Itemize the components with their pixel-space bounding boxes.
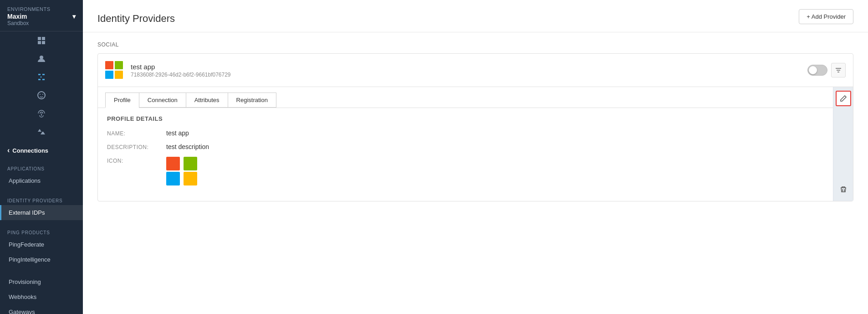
icon-nav <box>0 31 83 141</box>
sidebar: Environments Maxim ▾ Sandbox ‹ Connectio… <box>0 0 83 314</box>
social-label: Social <box>97 41 853 48</box>
add-provider-label: + Add Provider <box>807 13 846 20</box>
pingintelligence-label: PingIntelligence <box>9 256 51 263</box>
sidebar-item-gateways[interactable]: Gateways <box>0 304 83 314</box>
icon-grid <box>166 157 199 185</box>
nav-home-icon[interactable] <box>0 31 83 50</box>
page-title: Identity Providers <box>97 13 175 25</box>
trash-icon <box>840 186 847 193</box>
applications-label: Applications <box>9 177 41 184</box>
sidebar-item-pingfederate[interactable]: PingFederate <box>0 237 83 252</box>
sidebar-item-pingintelligence[interactable]: PingIntelligence <box>0 252 83 267</box>
tab-profile-label: Profile <box>114 97 131 103</box>
toggle-dot <box>809 66 817 74</box>
logo-blue-square <box>105 71 113 79</box>
env-sub: Sandbox <box>7 20 76 26</box>
provider-card-header: test app 7183608f-2926-46d2-b6f2-9661bf0… <box>98 54 853 87</box>
nav-connections-icon[interactable] <box>0 68 83 86</box>
filter-icon-button[interactable] <box>831 63 846 77</box>
provider-info: test app 7183608f-2926-46d2-b6f2-9661bf0… <box>131 63 807 78</box>
svg-rect-0 <box>38 37 41 40</box>
add-provider-button[interactable]: + Add Provider <box>799 9 853 24</box>
sidebar-item-external-idps[interactable]: External IDPs <box>0 205 83 220</box>
description-label: Description: <box>107 143 166 150</box>
svg-point-4 <box>40 56 43 59</box>
icon-row: Icon: <box>107 157 824 185</box>
provider-id: 7183608f-2926-46d2-b6f2-9661bf076729 <box>131 72 807 78</box>
description-row: Description: test description <box>107 143 824 150</box>
name-label: Name: <box>107 129 166 137</box>
nav-fingerprint-icon[interactable] <box>0 104 83 123</box>
name-value: test app <box>166 129 189 137</box>
tab-connection-label: Connection <box>148 97 178 103</box>
svg-point-6 <box>40 94 41 95</box>
external-idps-label: External IDPs <box>9 209 45 216</box>
svg-rect-3 <box>42 41 45 44</box>
profile-details: Profile Details Name: test app Descripti… <box>98 108 833 201</box>
provider-logo <box>105 61 123 79</box>
provider-card-content: Profile Connection Attributes Registrati… <box>98 87 833 201</box>
main-body: Social test app 7183608f-2926-46d2-b6f2-… <box>83 32 868 314</box>
chevron-left-icon: ‹ <box>7 146 10 154</box>
name-row: Name: test app <box>107 129 824 137</box>
webhooks-label: Webhooks <box>9 293 36 300</box>
icon-red-square <box>166 157 180 170</box>
nav-scale-icon[interactable] <box>0 123 83 141</box>
tab-attributes[interactable]: Attributes <box>186 93 228 108</box>
delete-button[interactable] <box>836 182 851 197</box>
edit-button[interactable] <box>836 91 851 106</box>
sidebar-item-webhooks[interactable]: Webhooks <box>0 289 83 304</box>
sidebar-item-applications[interactable]: Applications <box>0 173 83 188</box>
env-selector[interactable]: Maxim ▾ <box>7 13 76 20</box>
provider-actions <box>807 63 846 77</box>
logo-red-square <box>105 61 113 69</box>
provisioning-label: Provisioning <box>9 278 41 285</box>
ping-section: Ping Products PingFederate PingIntellige… <box>0 224 83 271</box>
icon-green-square <box>184 157 197 170</box>
gateways-label: Gateways <box>9 309 35 314</box>
toggle-background <box>807 65 827 76</box>
edit-icon <box>840 95 847 102</box>
provider-card: test app 7183608f-2926-46d2-b6f2-9661bf0… <box>97 53 853 201</box>
provider-toggle[interactable] <box>807 65 827 76</box>
provider-name: test app <box>131 63 807 71</box>
icon-yellow-square <box>184 172 197 185</box>
pingfederate-label: PingFederate <box>9 241 44 248</box>
svg-rect-1 <box>42 37 45 40</box>
idp-section-label: Identity Providers <box>0 196 83 205</box>
tab-attributes-label: Attributes <box>194 97 220 103</box>
main-content: Identity Providers + Add Provider Social… <box>83 0 868 314</box>
nav-emoji-icon[interactable] <box>0 86 83 104</box>
provider-tabs: Profile Connection Attributes Registrati… <box>98 87 833 108</box>
nav-users-icon[interactable] <box>0 50 83 68</box>
env-name: Maxim <box>7 13 27 20</box>
tab-registration[interactable]: Registration <box>228 93 276 108</box>
svg-point-7 <box>42 94 43 95</box>
applications-section: Applications Applications <box>0 160 83 192</box>
tab-registration-label: Registration <box>236 97 268 103</box>
chevron-down-icon: ▾ <box>72 13 76 20</box>
provider-card-body: Profile Connection Attributes Registrati… <box>98 87 853 201</box>
tab-connection[interactable]: Connection <box>139 93 186 108</box>
back-button[interactable]: ‹ Connections <box>0 141 83 160</box>
profile-section-title: Profile Details <box>107 115 824 122</box>
applications-section-label: Applications <box>0 164 83 173</box>
idp-section: Identity Providers External IDPs <box>0 192 83 224</box>
icon-blue-square <box>166 172 180 185</box>
back-label: Connections <box>12 147 48 154</box>
env-label: Environments <box>7 6 76 12</box>
env-section: Environments Maxim ▾ Sandbox <box>0 0 83 31</box>
tab-profile[interactable]: Profile <box>105 93 139 108</box>
ping-section-label: Ping Products <box>0 227 83 237</box>
bottom-section: Provisioning Webhooks Gateways Certifica… <box>0 271 83 314</box>
sliders-icon <box>835 67 842 73</box>
description-value: test description <box>166 143 209 150</box>
svg-rect-2 <box>38 41 41 44</box>
svg-point-5 <box>38 92 45 99</box>
icon-label: Icon: <box>107 157 166 164</box>
right-action-panel <box>833 87 853 201</box>
logo-green-square <box>115 61 123 69</box>
page-header: Identity Providers + Add Provider <box>83 0 868 32</box>
logo-yellow-square <box>115 71 123 79</box>
sidebar-item-provisioning[interactable]: Provisioning <box>0 274 83 289</box>
